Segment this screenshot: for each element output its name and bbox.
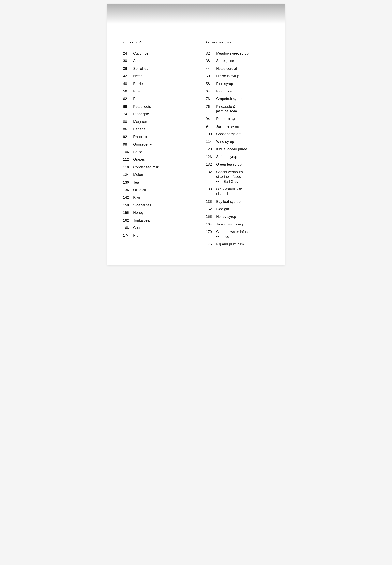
ingredients-title: Ingredients <box>123 40 190 45</box>
item-text: Hibiscus syrup <box>216 74 239 78</box>
item-text: Pineapple <box>133 112 149 116</box>
list-item: 150 Sloeberries <box>123 203 190 208</box>
list-item: 162 Tonka bean <box>123 218 190 223</box>
list-item: 86 Banana <box>123 127 190 132</box>
item-text: Jasmine syrup <box>216 124 239 129</box>
item-text: Plum <box>133 233 141 238</box>
item-text: Nettle <box>133 74 142 78</box>
item-text: Saffron syrup <box>216 154 237 159</box>
ingredients-column: Ingredients 24 Cucumber 30 Apple 36 Sorr… <box>119 40 190 249</box>
list-item: 50 Hibiscus syrup <box>206 74 273 78</box>
item-text: Gooseberry <box>133 142 152 147</box>
item-number: 44 <box>206 66 216 71</box>
item-number: 152 <box>206 207 216 211</box>
item-number: 24 <box>123 51 133 56</box>
item-text: Coconut <box>133 225 146 230</box>
item-text: Tea <box>133 180 139 185</box>
item-number: 142 <box>123 195 133 200</box>
list-item: 170 Coconut water infusedwith rice <box>206 229 273 239</box>
list-item: 168 Coconut <box>123 225 190 230</box>
item-text: Sorrel leaf <box>133 66 149 71</box>
item-number: 138 <box>206 187 216 192</box>
list-item: 74 Pineapple <box>123 112 190 116</box>
item-text: Olive oil <box>133 188 146 192</box>
list-item: 30 Apple <box>123 59 190 63</box>
item-number: 156 <box>123 210 133 215</box>
list-item: 98 Gooseberry <box>123 142 190 147</box>
item-text: Pineapple &jasmine soda <box>216 104 237 114</box>
item-text: Gooseberry jam <box>216 132 241 136</box>
item-number: 68 <box>123 104 133 109</box>
list-item: 118 Condensed milk <box>123 165 190 170</box>
item-number: 112 <box>123 157 133 162</box>
list-item: 32 Meadowsweet syrup <box>206 51 273 56</box>
list-item: 126 Saffron syrup <box>206 154 273 159</box>
item-text: Wine syrup <box>216 139 234 144</box>
item-text: Nettle cordial <box>216 66 237 71</box>
item-text: Pear <box>133 96 141 101</box>
item-text: Cucumber <box>133 51 150 56</box>
item-number: 106 <box>123 149 133 154</box>
list-item: 48 Berries <box>123 81 190 86</box>
item-text: Pear juice <box>216 89 232 94</box>
item-number: 150 <box>123 203 133 208</box>
list-item: 36 Sorrel leaf <box>123 66 190 71</box>
item-number: 42 <box>123 74 133 78</box>
list-item: 62 Pear <box>123 96 190 101</box>
item-number: 76 <box>206 104 216 109</box>
item-number: 136 <box>123 188 133 192</box>
list-item: 94 Jasmine syrup <box>206 124 273 129</box>
item-number: 62 <box>123 96 133 101</box>
item-text: Melon <box>133 172 143 177</box>
list-item: 106 Shiso <box>123 149 190 154</box>
list-item: 80 Marjoram <box>123 119 190 124</box>
item-number: 158 <box>206 214 216 219</box>
item-number: 64 <box>206 89 216 94</box>
item-text: Fig and plum rum <box>216 242 244 247</box>
list-item: 56 Pine <box>123 89 190 94</box>
item-number: 130 <box>123 180 133 185</box>
list-item: 44 Nettle cordial <box>206 66 273 71</box>
list-item: 152 Sloe gin <box>206 207 273 211</box>
item-text: Pine syrup <box>216 81 233 86</box>
list-item: 164 Tonka bean syrup <box>206 222 273 227</box>
list-item: 92 Rhubarb <box>123 134 190 139</box>
list-item: 174 Plum <box>123 233 190 238</box>
list-item: 156 Honey <box>123 210 190 215</box>
item-number: 38 <box>206 59 216 63</box>
item-number: 50 <box>206 74 216 78</box>
list-item: 24 Cucumber <box>123 51 190 56</box>
item-number: 138 <box>206 199 216 204</box>
page-shadow <box>107 4 285 24</box>
item-number: 124 <box>123 172 133 177</box>
item-number: 118 <box>123 165 133 170</box>
list-item: 120 Kiwi avocado purée <box>206 147 273 151</box>
item-number: 168 <box>123 225 133 230</box>
item-number: 162 <box>123 218 133 223</box>
item-text: Honey syrup <box>216 214 236 219</box>
item-number: 100 <box>206 132 216 136</box>
list-item: 114 Wine syrup <box>206 139 273 144</box>
item-number: 32 <box>206 51 216 56</box>
item-text: Bay leaf syprup <box>216 199 241 204</box>
larder-title: Larder recipes <box>206 40 273 45</box>
item-number: 74 <box>123 112 133 116</box>
list-item: 76 Pineapple &jasmine soda <box>206 104 273 114</box>
item-text: Condensed milk <box>133 165 159 170</box>
item-number: 48 <box>123 81 133 86</box>
item-text: Rhubarb <box>133 134 147 139</box>
item-number: 94 <box>206 116 216 121</box>
item-number: 174 <box>123 233 133 238</box>
item-text: Kiwi avocado purée <box>216 147 247 151</box>
item-text: Grapes <box>133 157 145 162</box>
item-number: 56 <box>123 89 133 94</box>
item-text: Sorrel juice <box>216 59 234 63</box>
item-text: Apple <box>133 59 142 63</box>
item-text: Grapefruit syrup <box>216 96 242 101</box>
item-text: Coconut water infusedwith rice <box>216 229 252 239</box>
larder-list: 32 Meadowsweet syrup 38 Sorrel juice 44 … <box>206 51 273 247</box>
item-number: 114 <box>206 139 216 144</box>
list-item: 142 Kiwi <box>123 195 190 200</box>
list-item: 130 Tea <box>123 180 190 185</box>
list-item: 100 Gooseberry jam <box>206 132 273 136</box>
